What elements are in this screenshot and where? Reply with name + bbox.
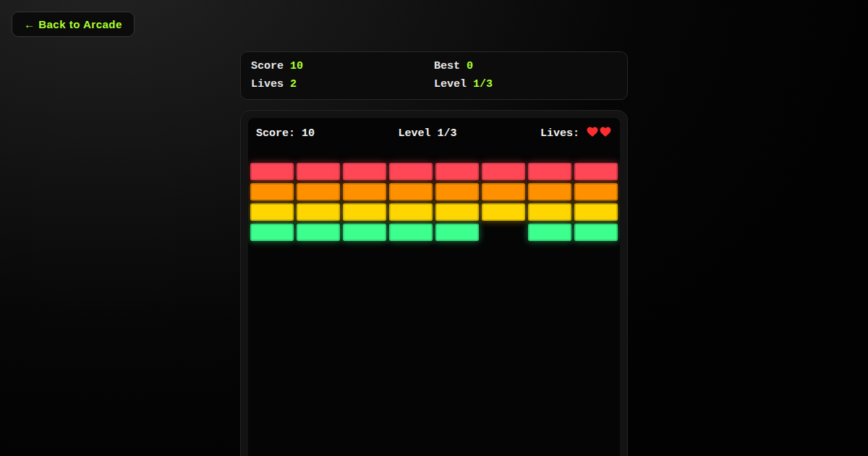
brick-grid bbox=[250, 163, 618, 241]
hud-score: Score: 10 bbox=[256, 127, 315, 140]
brick-yellow bbox=[250, 203, 294, 221]
brick-red bbox=[250, 163, 294, 180]
brick-yellow bbox=[389, 203, 433, 221]
brick-red bbox=[574, 163, 618, 180]
brick-red bbox=[297, 163, 340, 180]
brick-red bbox=[435, 163, 479, 180]
stat-best-label: Best bbox=[434, 59, 460, 74]
brick-green bbox=[528, 224, 571, 241]
hud-lives: Lives: bbox=[540, 125, 612, 141]
lives-hearts bbox=[586, 125, 612, 141]
stat-score: Score 10 bbox=[251, 59, 434, 74]
brick-yellow bbox=[297, 203, 340, 221]
stat-level-value: 1/3 bbox=[473, 77, 493, 92]
stat-lives: Lives 2 bbox=[251, 77, 434, 92]
back-to-arcade-button[interactable]: ← Back to Arcade bbox=[12, 12, 135, 37]
brick-green bbox=[574, 224, 618, 241]
brick-red bbox=[343, 163, 386, 180]
brick-green bbox=[343, 224, 386, 241]
stat-score-label: Score bbox=[251, 59, 284, 74]
brick-red bbox=[482, 163, 525, 180]
heart-icon bbox=[599, 125, 612, 138]
hud-level: Level 1/3 bbox=[398, 127, 456, 140]
game-panel: Score: 10 Level 1/3 Lives: bbox=[240, 110, 628, 456]
brick-yellow bbox=[482, 203, 525, 221]
stat-lives-value: 2 bbox=[290, 77, 297, 92]
brick-yellow bbox=[343, 203, 386, 221]
brick-orange bbox=[482, 183, 525, 200]
stats-panel: Score 10 Best 0 Lives 2 Level 1/3 bbox=[240, 51, 628, 100]
brick-destroyed bbox=[482, 224, 525, 241]
game-stage: Score 10 Best 0 Lives 2 Level 1/3 Score:… bbox=[240, 51, 628, 456]
brick-green bbox=[250, 224, 294, 241]
brick-orange bbox=[435, 183, 479, 200]
brick-orange bbox=[389, 183, 433, 200]
hud-lives-label: Lives: bbox=[540, 127, 579, 140]
brick-green bbox=[435, 224, 479, 241]
game-canvas[interactable]: Score: 10 Level 1/3 Lives: bbox=[248, 118, 620, 456]
brick-orange bbox=[574, 183, 618, 200]
brick-green bbox=[297, 224, 340, 241]
hud: Score: 10 Level 1/3 Lives: bbox=[248, 118, 620, 141]
brick-yellow bbox=[574, 203, 618, 221]
stat-level-label: Level bbox=[434, 77, 467, 92]
brick-yellow bbox=[528, 203, 571, 221]
brick-yellow bbox=[435, 203, 479, 221]
stat-level: Level 1/3 bbox=[434, 77, 617, 92]
stat-best: Best 0 bbox=[434, 59, 617, 74]
stat-best-value: 0 bbox=[467, 59, 473, 74]
brick-red bbox=[389, 163, 433, 180]
brick-orange bbox=[528, 183, 571, 200]
brick-orange bbox=[343, 183, 386, 200]
stat-lives-label: Lives bbox=[251, 77, 284, 92]
brick-orange bbox=[250, 183, 294, 200]
brick-red bbox=[528, 163, 571, 180]
stat-score-value: 10 bbox=[290, 59, 303, 74]
brick-orange bbox=[297, 183, 340, 200]
brick-green bbox=[389, 224, 433, 241]
heart-icon bbox=[586, 125, 599, 138]
